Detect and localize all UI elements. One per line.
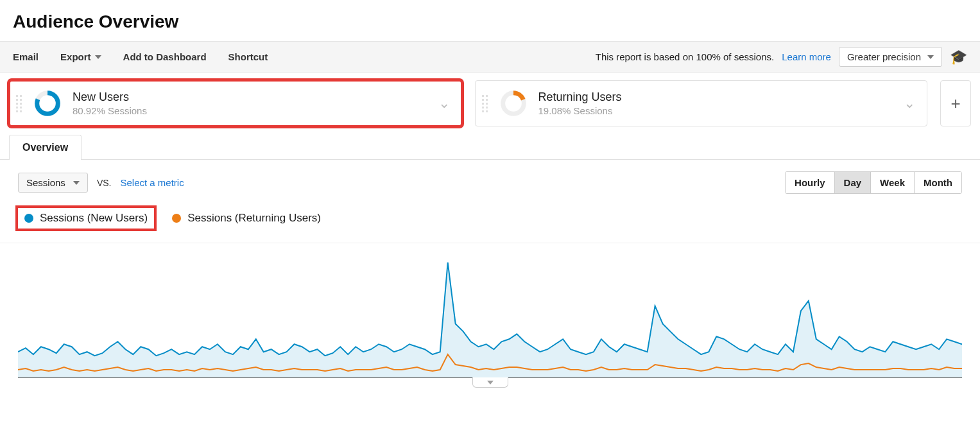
granularity-day[interactable]: Day	[834, 172, 871, 193]
education-icon[interactable]: 🎓	[950, 49, 967, 65]
granularity-month[interactable]: Month	[914, 172, 961, 193]
add-to-dashboard-button[interactable]: Add to Dashboard	[123, 51, 207, 62]
precision-label: Greater precision	[847, 51, 921, 62]
segment-title: New Users	[73, 91, 147, 104]
add-segment-button[interactable]: +	[940, 80, 971, 126]
precision-select[interactable]: Greater precision	[839, 47, 942, 67]
chart-controls: Sessions VS. Select a metric HourlyDayWe…	[0, 160, 980, 199]
primary-metric-label: Sessions	[26, 177, 65, 188]
sample-note: This report is based on 100% of sessions…	[596, 51, 774, 62]
select-compare-metric-link[interactable]: Select a metric	[120, 177, 184, 188]
segment-card-1[interactable]: Returning Users19.08% Sessions⌄	[475, 80, 928, 126]
vs-label: VS.	[97, 178, 112, 188]
expand-handle[interactable]	[472, 377, 508, 388]
email-button[interactable]: Email	[13, 51, 39, 62]
legend-swatch-icon	[172, 214, 181, 223]
legend-swatch-icon	[24, 214, 33, 223]
panel-expander	[18, 377, 962, 388]
chart-panel	[0, 243, 980, 403]
segment-subtitle: 80.92% Sessions	[73, 105, 147, 116]
legend-label: Sessions (New Users)	[40, 212, 148, 225]
chevron-down-icon	[927, 55, 934, 59]
chevron-down-icon	[95, 55, 101, 59]
drag-handle-icon[interactable]	[482, 95, 488, 112]
legend-item-0[interactable]: Sessions (New Users)	[18, 208, 154, 229]
segment-subtitle: 19.08% Sessions	[538, 105, 622, 116]
chart-legend: Sessions (New Users)Sessions (Returning …	[0, 199, 980, 243]
granularity-hourly[interactable]: Hourly	[786, 172, 834, 193]
drag-handle-icon[interactable]	[16, 95, 22, 112]
legend-item-1[interactable]: Sessions (Returning Users)	[172, 212, 321, 225]
chevron-down-icon	[73, 181, 80, 185]
tabs-row: Overview	[0, 134, 980, 160]
segment-cards-row: New Users80.92% Sessions⌄Returning Users…	[0, 73, 980, 134]
primary-metric-select[interactable]: Sessions	[18, 173, 88, 193]
chevron-down-icon	[487, 381, 494, 384]
granularity-week[interactable]: Week	[870, 172, 914, 193]
chart-series-0	[18, 263, 962, 356]
granularity-switch: HourlyDayWeekMonth	[785, 171, 962, 194]
tab-overview[interactable]: Overview	[9, 135, 82, 160]
donut-icon	[34, 90, 61, 117]
report-toolbar: Email Export Add to Dashboard Shortcut T…	[0, 41, 980, 73]
chevron-down-icon[interactable]: ⌄	[438, 95, 450, 112]
sessions-line-chart	[18, 250, 962, 378]
donut-icon	[500, 90, 527, 117]
segment-card-0[interactable]: New Users80.92% Sessions⌄	[9, 80, 462, 126]
export-label: Export	[60, 51, 91, 62]
segment-title: Returning Users	[538, 91, 622, 104]
learn-more-link[interactable]: Learn more	[782, 51, 831, 62]
page-title: Audience Overview	[13, 12, 967, 32]
chevron-down-icon[interactable]: ⌄	[904, 95, 915, 112]
shortcut-button[interactable]: Shortcut	[228, 51, 268, 62]
legend-label: Sessions (Returning Users)	[187, 212, 321, 225]
export-button[interactable]: Export	[60, 51, 101, 62]
